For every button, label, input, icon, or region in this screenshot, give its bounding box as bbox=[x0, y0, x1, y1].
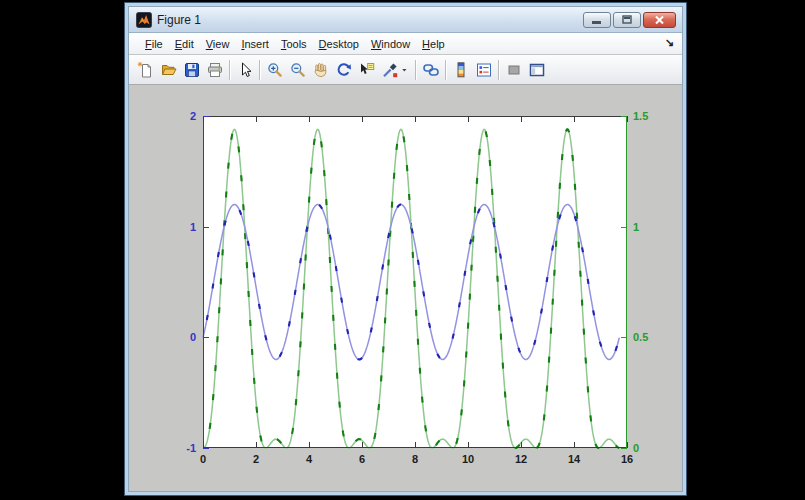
y-tick-right bbox=[621, 116, 627, 117]
y-tick-label-right: 0.5 bbox=[633, 331, 648, 343]
brush-data-icon bbox=[381, 61, 399, 79]
x-tick-bottom bbox=[362, 442, 363, 448]
toolbar-separator bbox=[415, 60, 416, 80]
menu-item-window[interactable]: Window bbox=[365, 36, 416, 52]
brush-data-button[interactable] bbox=[378, 58, 401, 81]
zoom-in-icon bbox=[266, 61, 284, 79]
zoom-out-button[interactable] bbox=[286, 58, 309, 81]
y-axis-right-spine bbox=[626, 116, 627, 448]
matlab-logo-icon bbox=[136, 12, 152, 28]
print-figure-button[interactable] bbox=[203, 58, 226, 81]
y-tick-label-left: 2 bbox=[190, 110, 196, 122]
edit-plot-icon bbox=[236, 61, 254, 79]
x-tick-label: 4 bbox=[306, 453, 312, 465]
menu-bar: FileEditViewInsertToolsDesktopWindowHelp… bbox=[129, 33, 682, 55]
zoom-in-button[interactable] bbox=[263, 58, 286, 81]
x-tick-top bbox=[362, 116, 363, 122]
window-controls bbox=[583, 12, 676, 28]
figure-toolbar bbox=[129, 55, 682, 85]
toolbar-separator bbox=[445, 60, 446, 80]
restore-button[interactable] bbox=[613, 12, 641, 28]
x-tick-label: 12 bbox=[515, 453, 527, 465]
y-tick-label-left: 0 bbox=[190, 331, 196, 343]
title-bar[interactable]: Figure 1 bbox=[129, 7, 682, 33]
save-figure-button[interactable] bbox=[180, 58, 203, 81]
series-green-line bbox=[203, 129, 619, 448]
x-tick-top bbox=[468, 116, 469, 122]
y-tick-label-right: 1 bbox=[633, 221, 639, 233]
save-figure-icon bbox=[183, 61, 201, 79]
open-file-button[interactable] bbox=[157, 58, 180, 81]
x-tick-label: 16 bbox=[621, 453, 633, 465]
x-tick-label: 14 bbox=[568, 453, 580, 465]
y-tick-label-right: 1.5 bbox=[633, 110, 648, 122]
print-figure-icon bbox=[206, 61, 224, 79]
x-tick-label: 2 bbox=[253, 453, 259, 465]
figure-canvas-background: 0246810121416-101200.511.5 bbox=[129, 85, 682, 491]
brush-dropdown-button[interactable] bbox=[401, 58, 412, 81]
hide-plot-tools-button[interactable] bbox=[502, 58, 525, 81]
insert-legend-icon bbox=[475, 61, 493, 79]
show-plot-tools-button[interactable] bbox=[525, 58, 548, 81]
menu-item-insert[interactable]: Insert bbox=[235, 36, 275, 52]
x-tick-bottom bbox=[627, 442, 628, 448]
toolbar-separator bbox=[498, 60, 499, 80]
x-tick-bottom bbox=[309, 442, 310, 448]
insert-colorbar-icon bbox=[452, 61, 470, 79]
y-axis-left-spine bbox=[203, 116, 204, 448]
brush-dropdown-icon bbox=[401, 61, 412, 79]
x-tick-label: 6 bbox=[359, 453, 365, 465]
minimize-button[interactable] bbox=[583, 12, 611, 28]
menu-item-view[interactable]: View bbox=[200, 36, 236, 52]
y-tick-label-right: 0 bbox=[633, 442, 639, 454]
y-tick-left bbox=[203, 448, 209, 449]
x-tick-label: 10 bbox=[462, 453, 474, 465]
pan-button[interactable] bbox=[309, 58, 332, 81]
rotate-3d-button[interactable] bbox=[332, 58, 355, 81]
data-cursor-icon bbox=[358, 61, 376, 79]
figure-window: Figure 1 FileEditViewInsertToolsDesktopW… bbox=[124, 2, 687, 496]
pan-icon bbox=[312, 61, 330, 79]
series-green-dashes bbox=[203, 129, 619, 448]
data-cursor-button[interactable] bbox=[355, 58, 378, 81]
y-tick-right bbox=[621, 448, 627, 449]
x-tick-top bbox=[256, 116, 257, 122]
x-tick-top bbox=[627, 116, 628, 122]
hide-plot-tools-icon bbox=[505, 61, 523, 79]
link-plot-button[interactable] bbox=[419, 58, 442, 81]
x-tick-top bbox=[415, 116, 416, 122]
link-plot-icon bbox=[422, 61, 440, 79]
menu-overflow-arrow-icon[interactable]: ↘ bbox=[665, 36, 674, 49]
menu-item-desktop[interactable]: Desktop bbox=[313, 36, 365, 52]
insert-legend-button[interactable] bbox=[472, 58, 495, 81]
rotate-3d-icon bbox=[335, 61, 353, 79]
menu-item-edit[interactable]: Edit bbox=[169, 36, 200, 52]
x-tick-label: 0 bbox=[200, 453, 206, 465]
y-tick-label-left: -1 bbox=[186, 442, 196, 454]
x-tick-bottom bbox=[574, 442, 575, 448]
insert-colorbar-button[interactable] bbox=[449, 58, 472, 81]
x-tick-bottom bbox=[256, 442, 257, 448]
plot-axes[interactable]: 0246810121416-101200.511.5 bbox=[203, 116, 627, 448]
y-tick-label-left: 1 bbox=[190, 221, 196, 233]
new-figure-button[interactable] bbox=[134, 58, 157, 81]
menu-item-file[interactable]: File bbox=[139, 36, 169, 52]
close-button[interactable] bbox=[643, 12, 676, 28]
y-tick-left bbox=[203, 116, 209, 117]
edit-plot-button[interactable] bbox=[233, 58, 256, 81]
open-file-icon bbox=[160, 61, 178, 79]
menu-item-help[interactable]: Help bbox=[416, 36, 451, 52]
x-tick-label: 8 bbox=[412, 453, 418, 465]
x-tick-bottom bbox=[521, 442, 522, 448]
zoom-out-icon bbox=[289, 61, 307, 79]
toolbar-separator bbox=[259, 60, 260, 80]
x-tick-top bbox=[309, 116, 310, 122]
x-tick-bottom bbox=[468, 442, 469, 448]
plot-curves bbox=[203, 116, 627, 448]
window-title: Figure 1 bbox=[157, 13, 583, 27]
screen-background: Figure 1 FileEditViewInsertToolsDesktopW… bbox=[0, 0, 805, 500]
y-tick-left bbox=[203, 337, 209, 338]
y-tick-left bbox=[203, 227, 209, 228]
menu-item-tools[interactable]: Tools bbox=[275, 36, 313, 52]
y-tick-right bbox=[621, 337, 627, 338]
